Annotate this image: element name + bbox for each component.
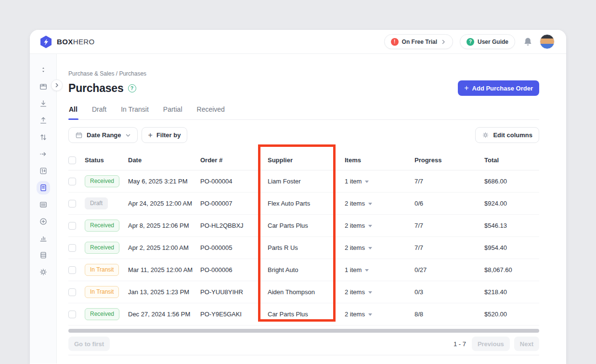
user-guide-button[interactable]: ? User Guide xyxy=(460,34,515,49)
add-item-icon[interactable] xyxy=(39,217,48,226)
header-total: Total xyxy=(484,156,539,164)
user-guide-label: User Guide xyxy=(478,39,508,45)
items-dropdown[interactable]: 1 item xyxy=(345,266,415,273)
stock-in-icon[interactable] xyxy=(39,99,48,108)
status-badge: Received xyxy=(85,220,119,231)
horizontal-scrollbar[interactable] xyxy=(68,329,539,333)
topbar-right: ! On Free Trial ? User Guide xyxy=(384,34,555,49)
items-dropdown[interactable]: 2 items xyxy=(345,244,415,251)
double-caret-icon[interactable] xyxy=(39,65,48,74)
row-checkbox[interactable] xyxy=(68,244,76,252)
app-body: Purchase & Sales / Purchases Purchases ?… xyxy=(30,54,566,364)
filter-by-button[interactable]: + Filter by xyxy=(142,127,188,143)
pagination: Go to first 1 - 7 Previous Next xyxy=(68,337,539,351)
edit-columns-button[interactable]: Edit columns xyxy=(475,127,539,143)
status-badge: Received xyxy=(85,175,119,187)
order-cell: PO-000006 xyxy=(200,266,268,273)
free-trial-button[interactable]: ! On Free Trial xyxy=(384,34,453,49)
date-range-button[interactable]: Date Range xyxy=(68,127,138,143)
date-cell: Apr 24, 2025 12:00 AM xyxy=(128,200,200,207)
table-row[interactable]: Received Apr 8, 2025 12:06 PM PO-HL2QBBX… xyxy=(68,215,539,237)
sidebar xyxy=(30,54,57,364)
row-checkbox[interactable] xyxy=(68,266,76,274)
items-dropdown[interactable]: 2 items xyxy=(345,288,415,296)
stock-out-icon[interactable] xyxy=(39,116,48,125)
items-dropdown[interactable]: 2 items xyxy=(345,222,415,229)
items-dropdown[interactable]: 2 items xyxy=(345,200,415,207)
total-cell: $520.00 xyxy=(484,311,539,318)
boxhero-logo[interactable]: BOXHERO xyxy=(39,35,95,49)
chevron-down-icon xyxy=(368,291,372,294)
total-cell: $954.40 xyxy=(484,244,539,251)
settings-gear-icon[interactable] xyxy=(39,268,48,276)
table-row[interactable]: In Transit Mar 11, 2025 12:00 AM PO-0000… xyxy=(68,259,539,281)
stock-adjust-icon[interactable] xyxy=(39,133,48,142)
progress-cell: 0/3 xyxy=(415,288,484,296)
total-cell: $924.00 xyxy=(484,200,539,207)
topbar: BOXHERO ! On Free Trial ? User Guide xyxy=(30,30,566,54)
gear-icon xyxy=(482,131,489,139)
supplier-cell: Car Parts Plus xyxy=(268,222,345,229)
order-cell: PO-HL2QBBXJ xyxy=(200,222,268,229)
date-cell: Apr 2, 2025 12:00 AM xyxy=(128,244,200,251)
select-all-checkbox[interactable] xyxy=(68,156,76,164)
items-dropdown[interactable]: 1 item xyxy=(345,178,415,185)
data-center-icon[interactable] xyxy=(39,251,48,260)
row-checkbox[interactable] xyxy=(68,200,76,208)
plus-icon: + xyxy=(464,84,468,92)
order-cell: PO-Y9E5GAKI xyxy=(200,311,268,318)
table-row[interactable]: Draft Apr 24, 2025 12:00 AM PO-000007 Fl… xyxy=(68,193,539,215)
filter-by-label: Filter by xyxy=(156,131,181,139)
barcode-icon[interactable] xyxy=(39,200,48,209)
row-checkbox[interactable] xyxy=(68,311,76,318)
supplier-cell: Car Parts Plus xyxy=(268,311,345,318)
analytics-icon[interactable] xyxy=(39,234,48,243)
tab-all[interactable]: All xyxy=(68,103,78,119)
tab-received[interactable]: Received xyxy=(196,103,225,119)
date-cell: May 6, 2025 3:21 PM xyxy=(128,178,200,185)
tab-partial[interactable]: Partial xyxy=(163,103,183,119)
progress-cell: 0/6 xyxy=(415,200,484,207)
order-cell: PO-000007 xyxy=(200,200,268,207)
progress-cell: 7/7 xyxy=(415,244,484,251)
total-cell: $546.13 xyxy=(484,222,539,229)
row-checkbox[interactable] xyxy=(68,222,76,230)
tab-draft[interactable]: Draft xyxy=(91,103,107,119)
next-button[interactable]: Next xyxy=(514,337,539,351)
items-dropdown[interactable]: 2 items xyxy=(345,311,415,318)
table-row[interactable]: Received Dec 27, 2024 1:56 PM PO-Y9E5GAK… xyxy=(68,303,539,325)
go-to-first-button[interactable]: Go to first xyxy=(68,337,110,351)
total-cell: $218.40 xyxy=(484,288,539,296)
row-checkbox[interactable] xyxy=(68,178,76,185)
bottom-divider xyxy=(68,355,539,355)
order-cell: PO-000004 xyxy=(200,178,268,185)
help-icon[interactable]: ? xyxy=(128,84,136,92)
user-avatar[interactable] xyxy=(540,34,555,49)
transactions-icon[interactable] xyxy=(39,167,48,175)
stock-move-icon[interactable] xyxy=(39,150,48,158)
status-badge: Received xyxy=(85,242,119,253)
date-cell: Mar 11, 2025 12:00 AM xyxy=(128,266,200,273)
total-cell: $686.00 xyxy=(484,178,539,185)
pagination-range: 1 - 7 xyxy=(453,340,466,348)
tab-in-transit[interactable]: In Transit xyxy=(120,103,149,119)
notification-bell-icon[interactable] xyxy=(523,37,533,47)
boxhero-logo-text: BOXHERO xyxy=(57,38,95,46)
purchases-table: Status Date Order # Supplier Items Progr… xyxy=(68,150,539,325)
previous-button[interactable]: Previous xyxy=(472,337,510,351)
app-window: BOXHERO ! On Free Trial ? User Guide xyxy=(30,30,566,364)
table-row[interactable]: Received May 6, 2025 3:21 PM PO-000004 L… xyxy=(68,170,539,193)
sidebar-expand-button[interactable] xyxy=(51,79,63,91)
header-order: Order # xyxy=(200,156,268,164)
progress-cell: 0/27 xyxy=(415,266,484,273)
table-row[interactable]: In Transit Jan 13, 2025 1:23 PM PO-YUU8Y… xyxy=(68,281,539,303)
table-row[interactable]: Received Apr 2, 2025 12:00 AM PO-000005 … xyxy=(68,237,539,259)
add-purchase-order-button[interactable]: + Add Purchase Order xyxy=(458,80,539,96)
chevron-down-icon xyxy=(125,132,131,138)
supplier-cell: Aiden Thompson xyxy=(268,288,345,296)
status-badge: Received xyxy=(85,308,119,320)
row-checkbox[interactable] xyxy=(68,288,76,296)
storage-box-icon[interactable] xyxy=(39,82,48,91)
sidebar-item-purchases[interactable] xyxy=(39,183,48,192)
breadcrumb[interactable]: Purchase & Sales / Purchases xyxy=(68,70,539,77)
